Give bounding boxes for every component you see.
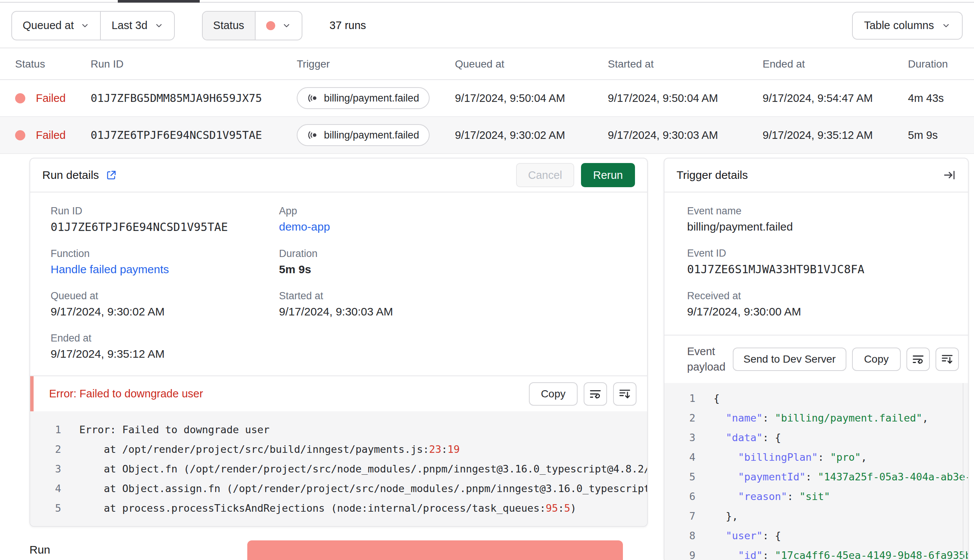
chevron-down-icon xyxy=(154,21,163,30)
code-text: Error: Failed to downgrade user xyxy=(79,424,270,435)
code-line: 3 "data": { xyxy=(664,428,968,447)
code-text: at Object.fn (/opt/render/project/src/no… xyxy=(79,463,647,475)
table-row[interactable]: Failed 01J7ZFBG5DMM85MJA9H659JX75 billin… xyxy=(0,80,974,117)
time-range-filter[interactable]: Last 3d xyxy=(100,12,173,40)
time-filter-group: Queued at Last 3d xyxy=(11,11,175,40)
code-text: at process.processTicksAndRejections (no… xyxy=(79,502,577,514)
external-link-icon[interactable] xyxy=(106,170,117,181)
col-header-started-at: Started at xyxy=(608,58,762,70)
runs-table: Status Run ID Trigger Queued at Started … xyxy=(0,49,974,154)
stack-trace-code-block[interactable]: 1Error: Failed to downgrade user2 at /op… xyxy=(30,411,647,526)
queued-at-cell: 9/17/2024, 9:30:02 AM xyxy=(455,129,608,142)
cancel-button-label: Cancel xyxy=(528,169,562,182)
code-text: at Object.assign.fn (/opt/render/project… xyxy=(79,483,647,494)
wrap-text-button[interactable] xyxy=(584,382,607,406)
field-label: Queued at xyxy=(51,290,279,302)
field-label: Received at xyxy=(687,290,968,302)
run-id-cell: 01J7ZE6TPJF6E94NCSD1V95TAE xyxy=(91,129,297,142)
line-number: 5 xyxy=(30,502,61,514)
code-line: 1{ xyxy=(664,388,968,408)
event-payload-code-block[interactable]: 1{2 "name": "billing/payment.failed",3 "… xyxy=(664,383,968,560)
code-line: 2 "name": "billing/payment.failed", xyxy=(664,408,968,428)
status-label: Failed xyxy=(36,129,66,142)
run-details-title: Run details xyxy=(42,169,99,182)
error-banner: Error: Failed to downgrade user Copy xyxy=(30,376,647,411)
col-header-duration: Duration xyxy=(908,58,974,70)
started-at-cell: 9/17/2024, 9:50:04 AM xyxy=(608,92,762,105)
field-queued-at: Queued at 9/17/2024, 9:30:02 AM xyxy=(51,290,279,318)
code-line: 8 "user": { xyxy=(664,526,968,545)
table-header-row: Status Run ID Trigger Queued at Started … xyxy=(0,49,974,80)
code-text: "name": "billing/payment.failed", xyxy=(714,412,928,424)
rerun-button[interactable]: Rerun xyxy=(581,163,635,187)
line-number: 3 xyxy=(30,463,61,475)
code-text: "data": { xyxy=(714,432,781,443)
scrollbar-track[interactable] xyxy=(963,383,964,560)
event-payload-header: Event payload Send to Dev Server Copy xyxy=(664,335,968,383)
send-to-dev-server-button[interactable]: Send to Dev Server xyxy=(733,348,846,371)
line-number: 6 xyxy=(664,490,695,502)
status-filter-label-segment: Status xyxy=(203,12,255,40)
field-label: Duration xyxy=(279,248,647,260)
active-tab-indicator xyxy=(118,0,200,3)
line-number: 9 xyxy=(664,550,695,560)
chevron-down-icon xyxy=(80,21,90,30)
copy-error-button[interactable]: Copy xyxy=(529,382,578,406)
trigger-details-fields: Event name billing/payment.failed Event … xyxy=(664,192,968,335)
code-line: 1Error: Failed to downgrade user xyxy=(30,420,647,439)
line-number: 3 xyxy=(664,432,695,443)
field-function: Function Handle failed payments xyxy=(51,248,279,276)
trigger-event-pill[interactable]: billing/payment.failed xyxy=(297,124,430,146)
field-label: Ended at xyxy=(51,332,279,344)
pulse-event-icon xyxy=(307,92,319,104)
event-payload-title: Event payload xyxy=(687,344,733,375)
app-link[interactable]: demo-app xyxy=(279,220,647,233)
col-header-ended-at: Ended at xyxy=(762,58,908,70)
event-id-value: 01J7ZE6S1MJWA33HT9B1VJC8FA xyxy=(687,263,968,276)
run-details-panel: Run details Cancel Rerun Run ID 01J7ZE6T… xyxy=(30,158,648,527)
code-line: 5 "paymentId": "1437a25f-05a3-404a-ab3e-… xyxy=(664,467,968,487)
failed-status-dot xyxy=(15,130,25,140)
queued-at-cell: 9/17/2024, 9:50:04 AM xyxy=(455,92,608,105)
code-line: 7 }, xyxy=(664,506,968,526)
field-label: Run ID xyxy=(51,205,279,217)
field-received-at: Received at 9/17/2024, 9:30:00 AM xyxy=(687,290,968,318)
table-columns-button[interactable]: Table columns xyxy=(852,12,963,40)
filters-toolbar: Queued at Last 3d Status 37 runs Table c… xyxy=(0,3,974,48)
line-number: 1 xyxy=(30,424,61,435)
runs-page: Queued at Last 3d Status 37 runs Table c… xyxy=(0,0,974,560)
scroll-to-bottom-button[interactable] xyxy=(936,348,959,371)
duration-value: 5m 9s xyxy=(279,263,647,276)
run-id-value: 01J7ZE6TPJF6E94NCSD1V95TAE xyxy=(51,220,279,233)
field-label: Function xyxy=(51,248,279,260)
trigger-event-pill[interactable]: billing/payment.failed xyxy=(297,87,430,109)
cancel-button[interactable]: Cancel xyxy=(516,163,574,187)
started-at-cell: 9/17/2024, 9:30:03 AM xyxy=(608,129,762,142)
copy-payload-button[interactable]: Copy xyxy=(852,348,901,371)
trigger-event-name: billing/payment.failed xyxy=(324,130,419,141)
error-section: Error: Failed to downgrade user Copy 1Er… xyxy=(30,375,647,526)
code-line: 5 at process.processTicksAndRejections (… xyxy=(30,498,647,518)
field-label: App xyxy=(279,205,647,217)
line-number: 2 xyxy=(664,412,695,424)
field-label: Event ID xyxy=(687,248,968,259)
queued-at-filter[interactable]: Queued at xyxy=(12,12,100,40)
queued-at-filter-label: Queued at xyxy=(23,19,73,32)
wrap-text-icon xyxy=(912,353,924,366)
line-number: 8 xyxy=(664,530,695,542)
function-link[interactable]: Handle failed payments xyxy=(51,263,279,276)
code-line: 3 at Object.fn (/opt/render/project/src/… xyxy=(30,459,647,478)
line-number: 2 xyxy=(30,443,61,455)
scroll-to-bottom-button[interactable] xyxy=(613,382,637,406)
chevron-down-icon xyxy=(942,21,951,30)
run-timeline-bar[interactable] xyxy=(247,540,623,560)
received-at-value: 9/17/2024, 9:30:00 AM xyxy=(687,305,968,318)
wrap-text-button[interactable] xyxy=(906,348,930,371)
collapse-right-icon[interactable] xyxy=(943,169,956,182)
failed-status-dot xyxy=(15,93,25,103)
field-started-at: Started at 9/17/2024, 9:30:03 AM xyxy=(279,290,647,318)
table-row-selected[interactable]: Failed 01J7ZE6TPJF6E94NCSD1V95TAE billin… xyxy=(0,117,974,154)
field-run-id: Run ID 01J7ZE6TPJF6E94NCSD1V95TAE xyxy=(51,205,279,233)
status-filter-value[interactable] xyxy=(255,12,302,40)
time-range-filter-label: Last 3d xyxy=(112,19,147,32)
